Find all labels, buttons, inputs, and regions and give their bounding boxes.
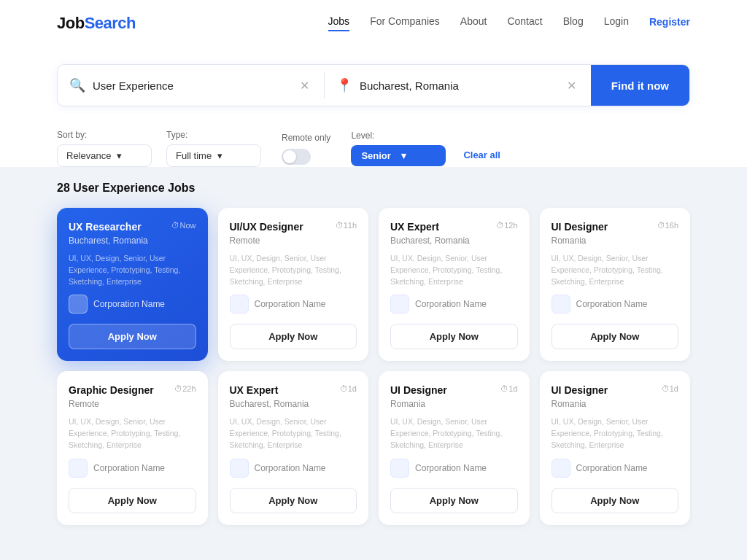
job-title: UI Designer — [551, 384, 608, 396]
job-card-header: UX Expert ⏱1d — [230, 384, 357, 396]
logo-light: Search — [85, 14, 136, 32]
company-row: Corporation Name — [69, 295, 196, 314]
nav-item-login[interactable]: Login — [604, 15, 629, 31]
job-card[interactable]: UX Expert ⏱12h Bucharest, Romania UI, UX… — [379, 208, 530, 361]
job-card[interactable]: UI Designer ⏱1d Romania UI, UX, Design, … — [379, 371, 530, 524]
location-input[interactable] — [360, 79, 564, 92]
job-tags: UI, UX, Design, Senior, User Experience,… — [69, 416, 196, 451]
jobs-grid: UX Researcher ⏱Now Bucharest, Romania UI… — [57, 208, 690, 525]
type-value: Full time — [176, 150, 212, 161]
company-row: Corporation Name — [390, 459, 518, 478]
job-tags: UI, UX, Design, Senior, User Experience,… — [69, 253, 196, 287]
level-select[interactable]: Senior ▾ — [351, 145, 446, 166]
job-time: ⏱1d — [662, 384, 678, 393]
company-name: Corporation Name — [415, 299, 487, 309]
apply-button[interactable]: Apply Now — [390, 488, 518, 513]
clear-keyword-button[interactable]: ✕ — [297, 76, 312, 96]
job-location: Bucharest, Romania — [230, 399, 357, 409]
apply-button[interactable]: Apply Now — [230, 488, 357, 513]
job-time: ⏱16h — [657, 221, 678, 230]
job-location: Romania — [551, 399, 679, 409]
company-logo — [69, 459, 88, 478]
job-title: UI/UX Designer — [230, 221, 303, 233]
company-name: Corporation Name — [93, 463, 165, 473]
clear-location-button[interactable]: ✕ — [564, 76, 579, 96]
nav-item-jobs[interactable]: Jobs — [328, 15, 350, 31]
find-button[interactable]: Find it now — [591, 65, 689, 106]
main-content: 28 User Experience Jobs UX Researcher ⏱N… — [45, 167, 702, 540]
sort-label: Sort by: — [57, 130, 152, 140]
logo: JobSearch — [57, 14, 136, 33]
job-title: UI Designer — [551, 221, 608, 233]
remote-toggle[interactable] — [282, 149, 311, 165]
company-row: Corporation Name — [69, 459, 196, 478]
job-time: ⏱22h — [174, 384, 196, 393]
job-title: UX Expert — [390, 221, 439, 233]
nav-item-companies[interactable]: For Companies — [370, 15, 440, 31]
apply-button[interactable]: Apply Now — [551, 488, 679, 513]
clock-icon: ⏱ — [171, 221, 179, 230]
company-name: Corporation Name — [415, 463, 487, 473]
nav-item-blog[interactable]: Blog — [563, 15, 584, 31]
sort-value: Relevance — [66, 150, 111, 161]
company-logo — [551, 295, 570, 314]
job-location: Remote — [230, 236, 357, 246]
search-icon: 🔍 — [69, 77, 85, 93]
job-card-header: UX Researcher ⏱Now — [69, 221, 196, 233]
company-logo — [551, 459, 570, 478]
job-card-header: UX Expert ⏱12h — [390, 221, 518, 233]
location-icon: 📍 — [336, 77, 352, 93]
job-title: UX Expert — [230, 384, 279, 396]
sort-chevron-icon: ▾ — [117, 150, 122, 161]
job-tags: UI, UX, Design, Senior, User Experience,… — [390, 253, 518, 287]
clock-icon: ⏱ — [336, 221, 344, 230]
keyword-input[interactable] — [93, 79, 297, 92]
job-location: Romania — [390, 399, 518, 409]
nav-item-about[interactable]: About — [460, 15, 487, 31]
company-row: Corporation Name — [551, 459, 679, 478]
clock-icon: ⏱ — [496, 221, 504, 230]
apply-button[interactable]: Apply Now — [69, 324, 196, 349]
apply-button[interactable]: Apply Now — [390, 324, 518, 349]
job-title: Graphic Designer — [69, 384, 154, 396]
level-chevron-icon: ▾ — [401, 150, 436, 161]
clock-icon: ⏱ — [500, 384, 508, 393]
job-card[interactable]: UI Designer ⏱1d Romania UI, UX, Design, … — [540, 371, 691, 524]
job-card-header: UI/UX Designer ⏱11h — [230, 221, 357, 233]
clock-icon: ⏱ — [662, 384, 670, 393]
job-card[interactable]: UX Researcher ⏱Now Bucharest, Romania UI… — [57, 208, 208, 361]
apply-button[interactable]: Apply Now — [69, 488, 196, 513]
type-filter-group: Type: Full time ▾ — [166, 130, 261, 167]
job-card[interactable]: UI Designer ⏱16h Romania UI, UX, Design,… — [540, 208, 691, 361]
sort-select[interactable]: Relevance ▾ — [57, 144, 152, 167]
company-row: Corporation Name — [390, 295, 518, 314]
company-logo — [230, 459, 249, 478]
remote-toggle-group: Remote only — [282, 133, 330, 165]
job-card[interactable]: Graphic Designer ⏱22h Remote UI, UX, Des… — [57, 371, 208, 524]
filter-bar: Sort by: Relevance ▾ Type: Full time ▾ R… — [45, 118, 702, 167]
job-time: ⏱Now — [171, 221, 196, 230]
sort-filter-group: Sort by: Relevance ▾ — [57, 130, 152, 167]
apply-button[interactable]: Apply Now — [230, 324, 357, 349]
level-filter-group: Level: Senior ▾ — [351, 131, 446, 166]
search-bar: 🔍 ✕ 📍 ✕ Find it now — [57, 64, 690, 106]
remote-label: Remote only — [282, 133, 330, 143]
job-card-header: UI Designer ⏱1d — [551, 384, 679, 396]
job-card[interactable]: UI/UX Designer ⏱11h Remote UI, UX, Desig… — [218, 208, 369, 361]
nav-item-register[interactable]: Register — [649, 16, 690, 31]
company-name: Corporation Name — [255, 463, 326, 473]
job-tags: UI, UX, Design, Senior, User Experience,… — [551, 253, 679, 287]
job-card[interactable]: UX Expert ⏱1d Bucharest, Romania UI, UX,… — [218, 371, 369, 524]
job-time: ⏱11h — [336, 221, 357, 230]
company-row: Corporation Name — [230, 459, 357, 478]
type-select[interactable]: Full time ▾ — [166, 144, 261, 167]
job-card-header: UI Designer ⏱1d — [390, 384, 518, 396]
nav-item-contact[interactable]: Contact — [507, 15, 542, 31]
clear-all-button[interactable]: Clear all — [463, 149, 500, 160]
apply-button[interactable]: Apply Now — [551, 324, 679, 349]
job-time: ⏱1d — [500, 384, 517, 393]
job-card-header: UI Designer ⏱16h — [551, 221, 679, 233]
job-title: UX Researcher — [69, 221, 142, 233]
main-nav: Jobs For Companies About Contact Blog Lo… — [328, 15, 690, 31]
level-label: Level: — [351, 131, 446, 141]
